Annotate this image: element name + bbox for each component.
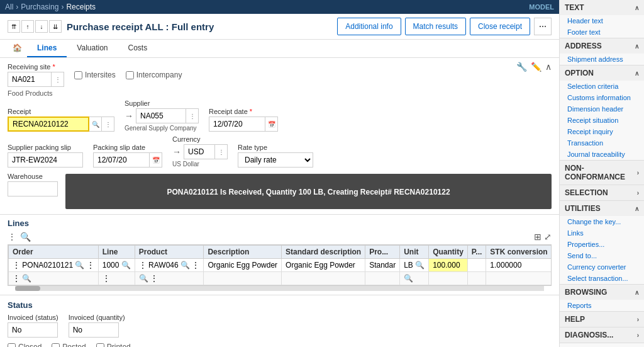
currency-menu-icon[interactable]: ⋮ [215, 144, 228, 159]
sidebar-select-transaction[interactable]: Select transaction... [560, 273, 644, 284]
warehouse-input[interactable] [8, 181, 58, 196]
tab-valuation[interactable]: Valuation [67, 40, 118, 57]
row2-line-menu[interactable]: ⋮ [103, 274, 110, 283]
cell-row1-pro[interactable]: Standar [365, 259, 400, 272]
row1-product-search[interactable]: 🔍 [180, 261, 190, 270]
breadcrumb-purchasing[interactable]: Purchasing [21, 3, 58, 11]
packing-date-calendar-icon[interactable]: 📅 [150, 152, 162, 168]
row1-search[interactable]: 🔍 [75, 261, 84, 270]
wrench-icon[interactable]: 🔧 [516, 62, 527, 72]
row1-drag[interactable]: ⋮ [13, 261, 20, 270]
close-receipt-button[interactable]: Close receipt [470, 18, 530, 35]
receiving-site-menu-icon[interactable]: ⋮ [52, 72, 64, 87]
sidebar-receipt-inquiry[interactable]: Receipt inquiry [560, 126, 644, 137]
posted-checkbox[interactable] [52, 343, 60, 348]
row1-line-search[interactable]: 🔍 [121, 261, 131, 270]
sidebar-properties[interactable]: Properties... [560, 239, 644, 250]
sidebar-selection-criteria[interactable]: Selection criteria [560, 81, 644, 92]
collapse-icon[interactable]: ∧ [545, 62, 552, 72]
intersites-checkbox[interactable] [74, 71, 82, 79]
row1-product-menu2[interactable]: ⋮ [192, 261, 199, 270]
match-results-button[interactable]: Match results [405, 18, 466, 35]
sidebar-selection-header[interactable]: SELECTION › [560, 185, 644, 200]
sidebar-receipt-situation[interactable]: Receipt situation [560, 115, 644, 126]
row2-search[interactable]: 🔍 [22, 274, 31, 283]
sidebar-utilities-header[interactable]: UTILITIES ∧ [560, 201, 644, 216]
horizontal-scrollbar[interactable] [15, 286, 544, 291]
sidebar-change-key[interactable]: Change the key... [560, 216, 644, 227]
cell-row2-product[interactable]: 🔍 ⋮ [135, 272, 204, 285]
row1-unit-search[interactable]: 🔍 [415, 261, 425, 270]
cell-row1-line[interactable]: 1000 🔍 [98, 259, 135, 272]
nav-first[interactable]: ⇈ [8, 20, 20, 33]
sidebar-send-to[interactable]: Send to... [560, 250, 644, 261]
tab-home[interactable]: 🏠 [8, 40, 27, 57]
sidebar-footer-text[interactable]: Footer text [560, 26, 644, 38]
breadcrumb-all[interactable]: All [5, 3, 13, 11]
pencil-icon[interactable]: ✏️ [531, 62, 541, 72]
sidebar-shipment-address[interactable]: Shipment address [560, 54, 644, 65]
cell-row1-unit[interactable]: LB 🔍 [400, 259, 429, 272]
receipt-input[interactable] [8, 117, 89, 132]
supplier-packing-slip-input[interactable] [8, 152, 83, 168]
cell-row1-order[interactable]: ⋮ PONA0210121 🔍 ⋮ [9, 259, 99, 272]
sidebar-currency-converter[interactable]: Currency converter [560, 261, 644, 273]
sidebar-text-header[interactable]: TEXT ∧ [560, 0, 644, 15]
posted-checkbox-label[interactable]: Posted [52, 343, 86, 347]
cell-row2-order[interactable]: ⋮ 🔍 [9, 272, 99, 285]
nav-last[interactable]: ⇊ [49, 20, 62, 33]
sidebar-transaction[interactable]: Transaction [560, 137, 644, 149]
sidebar-help-header[interactable]: HELP › [560, 312, 644, 327]
intercompany-checkbox[interactable] [126, 71, 134, 79]
nav-prev[interactable]: ↑ [21, 20, 34, 33]
row2-menu[interactable]: ⋮ [13, 274, 20, 283]
receipt-menu-icon[interactable]: ⋮ [102, 117, 114, 132]
sidebar-links[interactable]: Links [560, 227, 644, 239]
more-options-button[interactable]: ⋯ [534, 18, 552, 35]
sidebar-reports[interactable]: Reports [560, 300, 644, 311]
sidebar-journal-traceability[interactable]: Journal traceability [560, 149, 644, 160]
scrollbar-thumb[interactable] [15, 286, 40, 291]
lines-drag-icon[interactable]: ⋮ [8, 232, 16, 242]
intercompany-checkbox-label[interactable]: Intercompany [126, 71, 182, 79]
cell-row1-quantity[interactable]: 100.000 [429, 259, 468, 272]
nav-next[interactable]: ↓ [35, 20, 48, 33]
row2-product-menu[interactable]: ⋮ [150, 274, 158, 283]
supplier-menu-icon[interactable]: ⋮ [186, 108, 199, 123]
cell-row1-description[interactable]: Organic Egg Powder [204, 259, 282, 272]
intersites-checkbox-label[interactable]: Intersites [74, 71, 116, 79]
row2-product-search[interactable]: 🔍 [139, 274, 148, 283]
sidebar-non-conformance-header[interactable]: NON-CONFORMANCE › [560, 161, 644, 185]
cell-row1-product[interactable]: ⋮ RAW046 🔍 ⋮ [135, 259, 204, 272]
lines-grid-icon[interactable]: ⊞ [534, 232, 541, 242]
cell-row2-line[interactable]: ⋮ [98, 272, 135, 285]
receipt-date-input[interactable] [209, 117, 265, 132]
cell-row2-unit[interactable]: 🔍 [400, 272, 429, 285]
invoiced-quantity-input[interactable] [69, 322, 119, 338]
sidebar-browsing-header[interactable]: BROWSING ∧ [560, 285, 644, 300]
cell-row1-std-description[interactable]: Organic Egg Powder [282, 259, 365, 272]
receiving-site-input[interactable] [8, 72, 52, 87]
row1-product-menu[interactable]: ⋮ [139, 261, 147, 270]
closed-checkbox-label[interactable]: Closed [8, 343, 42, 347]
row1-menu[interactable]: ⋮ [87, 261, 94, 270]
sidebar-dimension-header[interactable]: Dimension header [560, 103, 644, 115]
row2-unit-search[interactable]: 🔍 [404, 274, 413, 283]
closed-checkbox[interactable] [8, 343, 16, 348]
sidebar-header-text[interactable]: Header text [560, 15, 644, 26]
tab-costs[interactable]: Costs [118, 40, 158, 57]
sidebar-customs-information[interactable]: Customs information [560, 92, 644, 103]
receipt-date-calendar-icon[interactable]: 📅 [265, 117, 278, 132]
rate-type-select[interactable]: Daily rate Fixed rate [238, 152, 313, 168]
sidebar-diagnosis-header[interactable]: DIAGNOSIS... › [560, 327, 644, 343]
printed-checkbox[interactable] [96, 343, 104, 348]
invoiced-status-input[interactable] [8, 322, 58, 338]
lines-search-icon[interactable]: 🔍 [20, 232, 31, 242]
sidebar-address-header[interactable]: ADDRESS ∧ [560, 38, 644, 54]
printed-checkbox-label[interactable]: Printed [96, 343, 131, 347]
packing-slip-date-input[interactable] [93, 152, 150, 168]
tab-lines[interactable]: Lines [27, 40, 67, 57]
supplier-input[interactable] [136, 108, 186, 123]
currency-input[interactable] [184, 144, 215, 159]
lines-expand-icon[interactable]: ⤢ [544, 232, 552, 242]
